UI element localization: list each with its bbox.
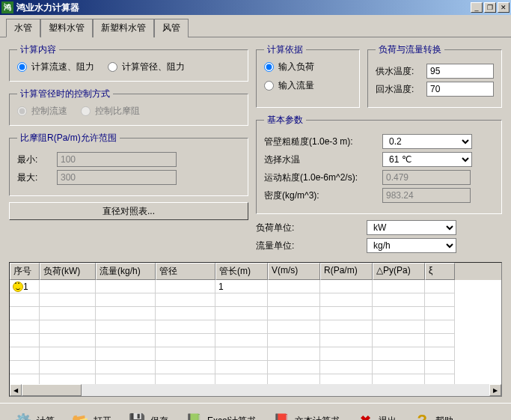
table-cell[interactable] <box>10 361 40 374</box>
table-cell[interactable] <box>320 280 373 293</box>
table-cell[interactable] <box>320 334 373 347</box>
tab-plastic-pipe[interactable]: 塑料水管 <box>40 19 93 37</box>
radio-input-flow[interactable]: 输入流量 <box>264 79 314 92</box>
column-header[interactable]: 序号 <box>10 263 40 280</box>
table-cell[interactable] <box>268 334 320 347</box>
table-cell[interactable] <box>156 334 215 347</box>
table-cell[interactable] <box>373 307 425 320</box>
scroll-left-arrow[interactable]: ◀ <box>10 384 22 396</box>
table-cell[interactable] <box>96 361 156 374</box>
radio-calc-diameter[interactable]: 计算管径、阻力 <box>108 61 185 73</box>
table-cell[interactable] <box>373 347 425 361</box>
save-button[interactable]: 💾保存 <box>121 408 175 420</box>
text-button[interactable]: 📕文本计算书 <box>266 408 346 420</box>
horizontal-scrollbar[interactable]: ◀ ▶ <box>10 384 501 396</box>
tab-new-plastic-pipe[interactable]: 新塑料水管 <box>93 19 154 37</box>
table-cell[interactable] <box>96 320 156 334</box>
table-cell[interactable] <box>156 320 215 334</box>
table-cell[interactable] <box>425 280 455 293</box>
radio-input-load[interactable]: 输入负荷 <box>264 61 314 73</box>
table-row[interactable]: 11 <box>10 280 501 293</box>
table-cell[interactable] <box>320 293 373 307</box>
tab-water-pipe[interactable]: 水管 <box>6 19 40 37</box>
return-temp-input[interactable] <box>426 82 494 97</box>
table-row[interactable] <box>10 361 501 374</box>
table-cell[interactable] <box>215 334 268 347</box>
table-cell[interactable] <box>40 347 96 361</box>
table-cell[interactable] <box>156 347 215 361</box>
table-cell[interactable] <box>215 361 268 374</box>
excel-button[interactable]: 📗Excel计算书 <box>178 408 263 420</box>
table-cell[interactable] <box>40 293 96 307</box>
table-cell[interactable] <box>40 361 96 374</box>
table-cell[interactable] <box>96 307 156 320</box>
table-cell[interactable] <box>10 293 40 307</box>
table-cell[interactable] <box>268 374 320 384</box>
table-cell[interactable] <box>96 280 156 293</box>
column-header[interactable]: 管长(m) <box>215 263 268 280</box>
table-cell[interactable] <box>320 347 373 361</box>
table-cell[interactable] <box>268 320 320 334</box>
column-header[interactable]: ξ <box>425 263 455 280</box>
table-cell[interactable]: 1 <box>10 280 40 293</box>
table-cell[interactable] <box>425 293 455 307</box>
flow-unit-select[interactable]: kg/h <box>367 238 456 253</box>
table-cell[interactable] <box>215 320 268 334</box>
table-cell[interactable] <box>215 293 268 307</box>
table-cell[interactable] <box>10 347 40 361</box>
table-cell[interactable] <box>320 320 373 334</box>
restore-button[interactable]: ❐ <box>484 2 496 13</box>
table-cell[interactable]: 1 <box>215 280 268 293</box>
table-cell[interactable] <box>373 280 425 293</box>
table-cell[interactable] <box>268 361 320 374</box>
table-cell[interactable] <box>268 280 320 293</box>
table-cell[interactable] <box>96 334 156 347</box>
exit-button[interactable]: ✖退出 <box>349 408 403 420</box>
help-button[interactable]: ?帮助 <box>406 408 460 420</box>
table-cell[interactable] <box>215 374 268 384</box>
calc-button[interactable]: ⚙️计算 <box>7 408 61 420</box>
table-row[interactable] <box>10 307 501 320</box>
table-cell[interactable] <box>425 334 455 347</box>
table-cell[interactable] <box>96 293 156 307</box>
table-cell[interactable] <box>268 307 320 320</box>
table-cell[interactable] <box>10 374 40 384</box>
load-unit-select[interactable]: kW <box>367 220 456 235</box>
table-cell[interactable] <box>215 307 268 320</box>
table-cell[interactable] <box>373 374 425 384</box>
scroll-right-arrow[interactable]: ▶ <box>489 384 501 396</box>
table-cell[interactable] <box>320 374 373 384</box>
column-header[interactable]: 流量(kg/h) <box>96 263 156 280</box>
table-row[interactable] <box>10 347 501 361</box>
table-row[interactable] <box>10 374 501 384</box>
column-header[interactable]: R(Pa/m) <box>320 263 373 280</box>
scroll-track[interactable] <box>22 384 489 396</box>
table-cell[interactable] <box>373 361 425 374</box>
open-button[interactable]: 📂打开 <box>64 408 118 420</box>
table-cell[interactable] <box>40 334 96 347</box>
table-cell[interactable] <box>96 347 156 361</box>
column-header[interactable]: △Py(Pa) <box>373 263 425 280</box>
table-cell[interactable] <box>40 307 96 320</box>
diameter-table-button[interactable]: 直径对照表... <box>9 202 248 220</box>
table-row[interactable] <box>10 320 501 334</box>
table-cell[interactable] <box>40 374 96 384</box>
water-temp-select[interactable]: 61 ℃ <box>382 152 472 167</box>
table-row[interactable] <box>10 334 501 347</box>
table-cell[interactable] <box>40 280 96 293</box>
table-cell[interactable] <box>425 320 455 334</box>
table-cell[interactable] <box>215 347 268 361</box>
table-cell[interactable] <box>268 293 320 307</box>
scroll-thumb[interactable] <box>22 384 82 396</box>
table-cell[interactable] <box>156 361 215 374</box>
table-cell[interactable] <box>373 293 425 307</box>
table-cell[interactable] <box>320 307 373 320</box>
table-cell[interactable] <box>425 347 455 361</box>
table-cell[interactable] <box>320 361 373 374</box>
column-header[interactable]: 负荷(kW) <box>40 263 96 280</box>
table-cell[interactable] <box>425 361 455 374</box>
table-row[interactable] <box>10 293 501 307</box>
column-header[interactable]: 管径 <box>156 263 215 280</box>
roughness-select[interactable]: 0.2 <box>382 134 472 149</box>
table-cell[interactable] <box>373 320 425 334</box>
